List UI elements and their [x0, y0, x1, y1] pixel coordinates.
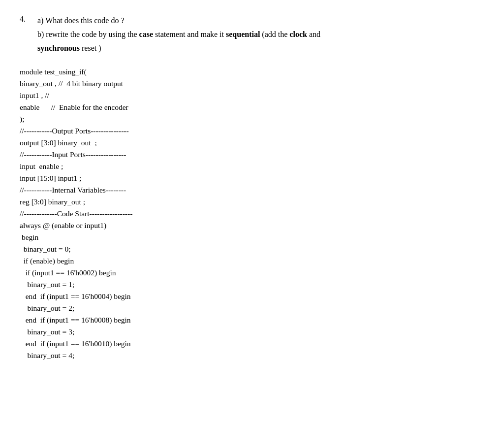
- code-line: input [15:0] input1 ;: [20, 172, 484, 184]
- code-line: binary_out = 3;: [20, 326, 484, 338]
- code-line: end if (input1 == 16'h0010) begin: [20, 338, 484, 350]
- code-line: end if (input1 == 16'h0008) begin: [20, 314, 484, 326]
- question-number: 4. a) What does this code do ? b) rewrit…: [20, 15, 484, 54]
- code-line: //-----------Internal Variables--------: [20, 184, 484, 196]
- code-line: reg [3:0] binary_out ;: [20, 196, 484, 208]
- code-line: if (enable) begin: [20, 255, 484, 267]
- question-part-b-line2: synchronous reset ): [37, 42, 320, 54]
- part-b-end: (add the: [262, 30, 287, 38]
- question-part-b: b) rewrite the code by using the case st…: [37, 29, 320, 40]
- code-line: binary_out , // 4 bit binary output: [20, 78, 484, 90]
- code-line: end if (input1 == 16'h0004) begin: [20, 291, 484, 302]
- clock-keyword: clock: [289, 30, 307, 38]
- code-line: binary_out = 2;: [20, 302, 484, 314]
- part-b-end2: and: [309, 30, 320, 38]
- code-line: //-------------Code Start---------------…: [20, 208, 484, 220]
- code-line: binary_out = 4;: [20, 350, 484, 361]
- sequential-keyword: sequential: [226, 30, 260, 38]
- case-keyword: case: [139, 30, 153, 38]
- code-line: enable // Enable for the encoder: [20, 101, 484, 113]
- part-b-text: b) rewrite the code by using the: [37, 30, 137, 38]
- code-line: input enable ;: [20, 161, 484, 172]
- code-line: binary_out = 0;: [20, 243, 484, 255]
- question-num-label: 4.: [20, 15, 33, 54]
- part-b-reset: reset ): [82, 44, 101, 52]
- code-line: );: [20, 113, 484, 125]
- question-block: 4. a) What does this code do ? b) rewrit…: [20, 15, 484, 54]
- question-parts: a) What does this code do ? b) rewrite t…: [37, 15, 320, 54]
- code-line: //-----------Input Ports----------------: [20, 149, 484, 161]
- sync-keyword: synchronous: [37, 44, 80, 52]
- part-b-mid: statement and make it: [155, 30, 224, 38]
- code-line: module test_using_if(: [20, 66, 484, 78]
- question-part-a: a) What does this code do ?: [37, 15, 320, 27]
- code-line: if (input1 == 16'h0002) begin: [20, 267, 484, 279]
- code-line: always @ (enable or input1): [20, 220, 484, 231]
- code-block: module test_using_if(binary_out , // 4 b…: [20, 66, 484, 361]
- code-line: //-----------Output Ports---------------: [20, 125, 484, 137]
- code-line: output [3:0] binary_out ;: [20, 137, 484, 149]
- code-line: binary_out = 1;: [20, 279, 484, 291]
- code-line: input1 , //: [20, 90, 484, 101]
- code-line: begin: [20, 231, 484, 243]
